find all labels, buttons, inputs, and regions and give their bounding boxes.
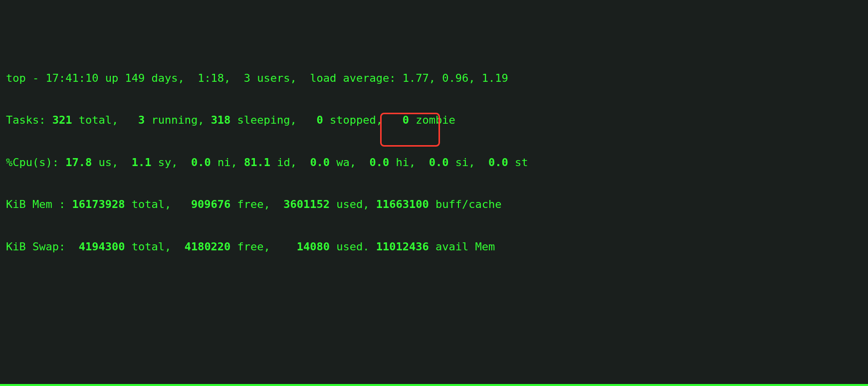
col-time: TIME+ bbox=[396, 384, 461, 386]
col-virt: VIRT bbox=[165, 384, 217, 386]
swap-line: KiB Swap: 4194300 total, 4180220 free, 1… bbox=[6, 240, 862, 254]
cpu-line: %Cpu(s): 17.8 us, 1.1 sy, 0.0 ni, 81.1 i… bbox=[6, 156, 862, 170]
col-user: USER bbox=[45, 384, 105, 386]
col-shr: SHR bbox=[264, 384, 310, 386]
col-cpu: %CPU bbox=[323, 384, 363, 386]
uptime-line: top - 17:41:10 up 149 days, 1:18, 3 user… bbox=[6, 71, 862, 85]
col-pid: PID bbox=[6, 384, 39, 386]
col-res: RES bbox=[217, 384, 264, 386]
col-s: S bbox=[310, 384, 323, 386]
terminal-screen[interactable]: top - 17:41:10 up 149 days, 1:18, 3 user… bbox=[0, 0, 868, 386]
col-cmd: COMMAND bbox=[462, 384, 515, 386]
column-header-row: PID USER PR NI VIRT RES SHR S %CPU %MEM … bbox=[0, 384, 868, 386]
col-ni: NI bbox=[138, 384, 165, 386]
summary-spacer bbox=[0, 329, 868, 342]
tasks-line: Tasks: 321 total, 3 running, 318 sleepin… bbox=[6, 113, 862, 127]
col-mem: %MEM bbox=[363, 384, 396, 386]
mem-line: KiB Mem : 16173928 total, 909676 free, 3… bbox=[6, 197, 862, 211]
col-pr: PR bbox=[105, 384, 138, 386]
top-summary: top - 17:41:10 up 149 days, 1:18, 3 user… bbox=[0, 43, 868, 287]
